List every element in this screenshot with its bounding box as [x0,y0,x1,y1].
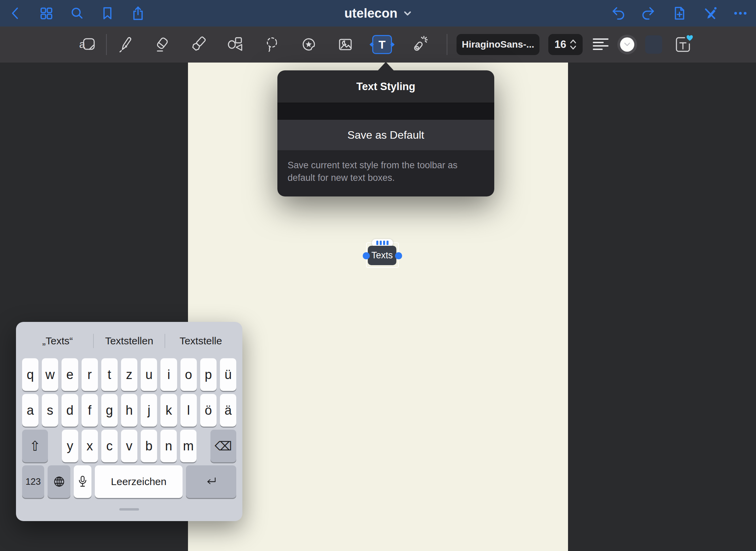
text-box[interactable]: Texts [368,246,396,265]
favorite-text-style-button[interactable] [674,35,693,54]
suggestion-1[interactable]: Textstellen [94,335,165,347]
add-page-button[interactable] [671,5,687,21]
more-options-button[interactable] [732,5,749,21]
key-i[interactable]: i [160,358,177,391]
key-y[interactable]: y [62,430,78,462]
keyboard-row-3: ⇧ y x c v b n m ⌫ [22,430,236,462]
return-icon [205,476,217,487]
key-t[interactable]: t [101,358,118,391]
search-button[interactable] [69,5,85,21]
fill-color-swatch[interactable] [645,35,662,54]
eraser-tool[interactable] [143,27,180,63]
photo-tool[interactable] [327,27,364,63]
key-x[interactable]: x [82,430,98,462]
laser-pointer-icon [410,36,428,53]
backspace-icon: ⌫ [215,439,232,453]
redo-button[interactable] [640,5,657,21]
resize-handle-left[interactable] [363,252,370,259]
font-size-stepper[interactable]: 16 [548,34,583,55]
key-o[interactable]: o [181,358,197,391]
tool-group: a [69,27,437,63]
more-options-icon [733,5,748,21]
key-w[interactable]: w [42,358,58,391]
document-title[interactable]: utelecon [344,6,412,21]
key-z[interactable]: z [121,358,137,391]
popover-section-divider [277,103,494,120]
key-b[interactable]: b [141,430,157,462]
textbox-selection-frame[interactable]: Texts [366,242,399,268]
key-a[interactable]: a [22,394,38,427]
stylus-toggle-button[interactable] [702,5,718,21]
key-s[interactable]: s [42,394,58,427]
pan-mode-tool[interactable]: a [69,27,106,63]
redo-icon [641,5,656,21]
lasso-tool[interactable] [254,27,290,63]
resize-handle-right[interactable] [395,252,402,259]
stylus-cross-icon [702,5,718,21]
keyboard-row-1: q w e r t z u i o p ü [22,358,236,391]
shapes-tool[interactable] [217,27,254,63]
svg-text:a: a [79,38,85,50]
bookmark-button[interactable] [99,5,116,21]
space-key[interactable]: Leerzeichen [95,465,183,498]
key-e[interactable]: e [62,358,78,391]
key-m[interactable]: m [180,430,196,462]
save-as-default-button[interactable]: Save as Default [277,120,494,150]
backspace-key[interactable]: ⌫ [210,430,236,462]
key-n[interactable]: n [160,430,177,462]
pan-mode-icon: a [79,36,97,53]
text-tool-selected: T [372,35,392,54]
thumbnails-button[interactable] [38,5,54,21]
globe-icon [53,476,65,487]
pen-tool[interactable] [107,27,143,63]
shift-key[interactable]: ⇧ [22,430,48,462]
key-j[interactable]: j [141,394,157,427]
globe-key[interactable] [48,465,70,498]
key-q[interactable]: q [22,358,38,391]
stickers-tool[interactable] [290,27,327,63]
drag-handle-bar [383,241,385,245]
return-key[interactable] [186,465,236,498]
key-l[interactable]: l [181,394,197,427]
key-c[interactable]: c [101,430,118,462]
suggestion-2[interactable]: Textstelle [165,335,236,347]
key-ae[interactable]: ä [220,394,236,427]
text-color-swatch [620,37,634,52]
pen-icon [116,36,134,53]
topbar-right-group [596,5,749,21]
font-family-button[interactable]: HiraginoSans-... [457,34,539,55]
keyboard-drag-bar[interactable] [119,508,139,511]
share-button[interactable] [130,5,146,21]
key-k[interactable]: k [160,394,177,427]
key-d[interactable]: d [62,394,78,427]
laser-pointer-tool[interactable] [400,27,437,63]
shapes-icon [226,36,244,53]
back-button[interactable] [7,5,24,21]
key-oe[interactable]: ö [200,394,217,427]
keyboard-row-2: a s d f g h j k l ö ä [22,394,236,427]
key-v[interactable]: v [121,430,137,462]
topbar-left-group [7,5,160,21]
key-h[interactable]: h [121,394,137,427]
dictation-key[interactable] [74,465,91,498]
key-u[interactable]: u [141,358,157,391]
key-p[interactable]: p [200,358,217,391]
share-icon [130,5,146,21]
key-f[interactable]: f [82,394,98,427]
key-r[interactable]: r [82,358,98,391]
numbers-key[interactable]: 123 [22,465,44,498]
text-align-button[interactable] [593,37,608,52]
drag-handle-bar [386,241,389,245]
text-box-content: Texts [371,250,393,261]
eraser-icon [153,36,171,53]
text-color-button[interactable] [617,35,637,54]
key-ue[interactable]: ü [220,358,236,391]
suggestion-literal[interactable]: „Texts“ [22,335,93,347]
top-navigation-bar: utelecon [0,0,756,27]
text-tool-label: T [379,38,386,51]
key-g[interactable]: g [101,394,118,427]
text-tool[interactable]: T [364,27,400,63]
undo-button[interactable] [610,5,626,21]
text-align-icon [593,38,608,51]
highlighter-tool[interactable] [180,27,217,63]
